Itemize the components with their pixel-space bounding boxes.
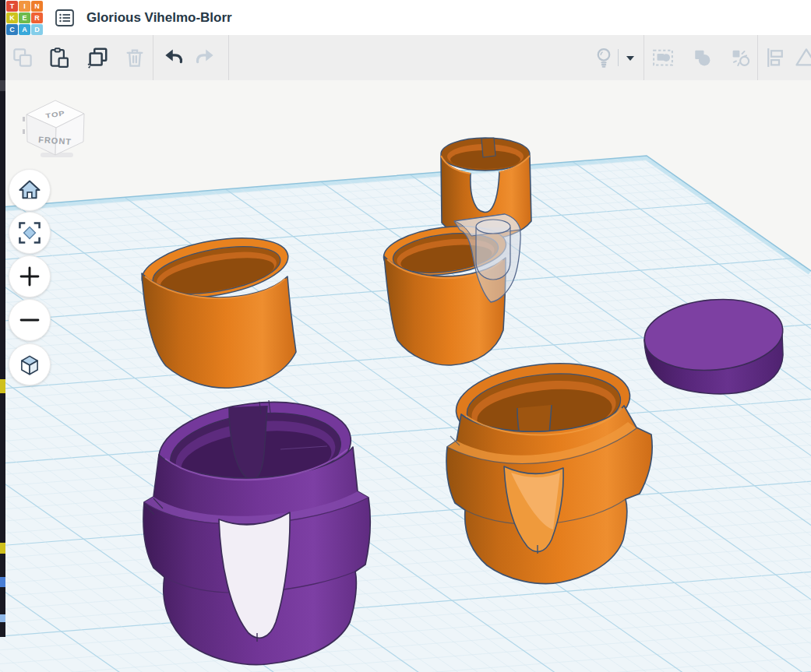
ungroup-all-icon[interactable] [728, 46, 752, 69]
flip-mirror-icon[interactable] [795, 46, 811, 69]
toolbar [0, 35, 811, 81]
logo-tile: R [31, 12, 43, 23]
logo-tile: E [19, 12, 30, 23]
tinkercad-logo[interactable]: T I N K E R C A D [6, 1, 43, 35]
ungroup-icon[interactable] [690, 46, 714, 69]
toolbar-separator [153, 35, 153, 80]
workplane[interactable] [0, 136, 811, 672]
viewport-3d[interactable]: TOP FRONT [0, 80, 811, 672]
design-title[interactable]: Glorious Vihelmo-Blorr [86, 10, 232, 26]
logo-tile: N [31, 1, 43, 12]
scene-canvas[interactable]: TOP FRONT [0, 80, 811, 672]
tinkercad-app: T I N K E R C A D Glorious Vihelmo-Blorr [0, 0, 811, 672]
paste-icon[interactable] [47, 46, 70, 69]
orthographic-toggle-button[interactable] [9, 343, 51, 385]
delete-icon[interactable] [123, 46, 146, 69]
logo-tile: T [6, 1, 18, 12]
header-bar: T I N K E R C A D Glorious Vihelmo-Blorr [0, 0, 811, 36]
shape-notched-cup-purple[interactable] [143, 392, 370, 664]
logo-tile: A [19, 24, 30, 35]
zoom-out-button[interactable] [9, 299, 51, 341]
logo-tile: D [31, 24, 43, 35]
redo-icon[interactable] [193, 46, 217, 69]
logo-tile: K [6, 12, 18, 23]
group-icon[interactable] [651, 46, 675, 69]
copy-icon[interactable] [11, 46, 34, 69]
zoom-in-button[interactable] [9, 255, 51, 297]
screen-edge-strip [0, 0, 5, 637]
toolbar-separator [228, 35, 229, 80]
toolbar-separator [757, 35, 758, 80]
lightbulb-caret-icon[interactable] [623, 46, 637, 69]
undo-icon[interactable] [162, 46, 185, 69]
toolbar-separator [644, 35, 644, 80]
duplicate-icon[interactable] [86, 46, 109, 69]
home-view-button[interactable] [9, 169, 51, 211]
fit-view-button[interactable] [9, 212, 51, 254]
toolbar-mini-divider [618, 49, 619, 66]
align-icon[interactable] [763, 46, 787, 69]
logo-tile: I [19, 1, 30, 12]
design-properties-icon[interactable] [54, 8, 76, 28]
logo-tile: C [6, 24, 18, 35]
hide-lightbulb-icon[interactable] [592, 46, 615, 69]
